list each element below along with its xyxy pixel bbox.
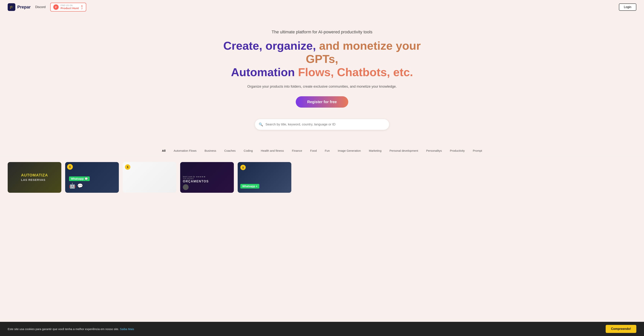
product-hunt-name-label: Product Hunt — [60, 7, 79, 10]
card-2[interactable]: $ Whatsapp 💬 🤖 💬 — [65, 162, 119, 193]
product-hunt-badge[interactable]: P FIND US ON Product Hunt ▲ 7 — [50, 3, 86, 12]
hero-description: Organize your products into folders, cre… — [215, 85, 429, 89]
login-button[interactable]: Login — [619, 4, 636, 11]
category-tab-personalitys[interactable]: Personalitys — [423, 147, 446, 154]
card-4-title: ORÇAMENTOS — [183, 180, 231, 183]
hero-title-part4: Automation — [231, 66, 298, 79]
hero-subtitle: The ultimate platform for AI-powered pro… — [215, 30, 429, 35]
logo-text: Prepar — [17, 5, 31, 10]
cookie-banner: Este site usa cookies para garantir que … — [0, 322, 644, 336]
logo-icon: 🎓 — [8, 3, 15, 11]
cookie-accept-button[interactable]: Compreendo! — [606, 325, 636, 333]
hero-title-part5: Flows, Chatbots, etc. — [298, 66, 413, 79]
logo[interactable]: 🎓 Prepar — [8, 3, 31, 11]
navbar-left: 🎓 Prepar Discord P FIND US ON Product Hu… — [8, 3, 86, 12]
card-5[interactable]: $ Whatsapp + — [238, 162, 291, 193]
navbar: 🎓 Prepar Discord P FIND US ON Product Hu… — [0, 0, 644, 14]
whatsapp-badge-2: Whatsapp + — [240, 184, 259, 189]
hero-title-part1: Create, organize, — [223, 39, 319, 52]
card-3[interactable]: $ — [123, 162, 176, 193]
card-2-badge: $ — [67, 164, 73, 170]
category-tab-food[interactable]: Food — [307, 147, 320, 154]
category-tab-finance[interactable]: Finance — [288, 147, 306, 154]
card-5-content: $ Whatsapp + — [238, 162, 291, 193]
card-4[interactable]: leort.com.br ★★★★★ TOP SECRET ORÇAMENTOS — [180, 162, 234, 193]
search-container: 🔍 — [255, 119, 389, 130]
whatsapp-badge-1: Whatsapp 💬 — [69, 176, 90, 181]
hero-section: The ultimate platform for AI-powered pro… — [207, 14, 437, 145]
card-3-badge: $ — [125, 164, 130, 170]
card-4-content: leort.com.br ★★★★★ TOP SECRET ORÇAMENTOS — [180, 162, 234, 193]
category-tab-business[interactable]: Business — [201, 147, 220, 154]
category-tab-health-fitness[interactable]: Health and fitness — [258, 147, 287, 154]
category-tab-image-generation[interactable]: Image Generation — [334, 147, 364, 154]
card-2-content: $ Whatsapp 💬 🤖 💬 — [65, 162, 119, 193]
category-tabs: AllAutomation FlowsBusinessCoachesCoding… — [0, 145, 644, 156]
product-hunt-find-label: FIND US ON — [60, 5, 79, 7]
card-1[interactable]: AUTOMATIZALAS RESERVAS — [8, 162, 61, 193]
category-tab-automation-flows[interactable]: Automation Flows — [170, 147, 200, 154]
hero-title: Create, organize, and monetize your GPTs… — [215, 39, 429, 79]
category-tab-prompt[interactable]: Prompt — [470, 147, 486, 154]
card-4-top-text: leort.com.br ★★★★★ — [183, 176, 231, 178]
cookie-message-text: Este site usa cookies para garantir que … — [8, 327, 119, 331]
product-hunt-arrow: ▲ — [81, 4, 83, 7]
register-button[interactable]: Register for free — [296, 96, 348, 108]
category-tab-personal-dev[interactable]: Personal development — [386, 147, 422, 154]
category-tab-all[interactable]: All — [158, 147, 169, 154]
product-hunt-text: FIND US ON Product Hunt — [60, 5, 79, 10]
card-3-content: $ — [123, 162, 176, 167]
product-hunt-count: 7 — [81, 7, 82, 10]
card-5-badge: $ — [240, 165, 246, 170]
chat-icon: 💬 — [77, 183, 83, 189]
discord-link[interactable]: Discord — [35, 5, 46, 9]
search-input[interactable] — [255, 119, 389, 130]
search-icon: 🔍 — [259, 122, 263, 127]
bot-icon: 🤖 — [69, 183, 76, 189]
card-1-content: AUTOMATIZALAS RESERVAS — [8, 162, 61, 193]
product-hunt-votes: ▲ 7 — [81, 4, 83, 10]
category-tab-coaches[interactable]: Coaches — [221, 147, 239, 154]
card-4-person — [183, 184, 231, 190]
category-tab-marketing[interactable]: Marketing — [365, 147, 385, 154]
category-tab-fun[interactable]: Fun — [322, 147, 333, 154]
cookie-message: Este site usa cookies para garantir que … — [8, 327, 600, 331]
category-tab-coding[interactable]: Coding — [240, 147, 256, 154]
category-tab-productivity[interactable]: Productivity — [446, 147, 468, 154]
product-hunt-logo: P — [53, 5, 59, 10]
cards-row: AUTOMATIZALAS RESERVAS $ Whatsapp 💬 🤖 💬 … — [0, 156, 644, 198]
cookie-learn-more-link[interactable]: Saiba Mais — [120, 327, 134, 331]
card-4-secret-text: TOP SECRET — [183, 178, 231, 180]
hero-title-part2: and monetize your GPTs, — [306, 39, 421, 65]
card-4-avatar — [183, 184, 188, 190]
